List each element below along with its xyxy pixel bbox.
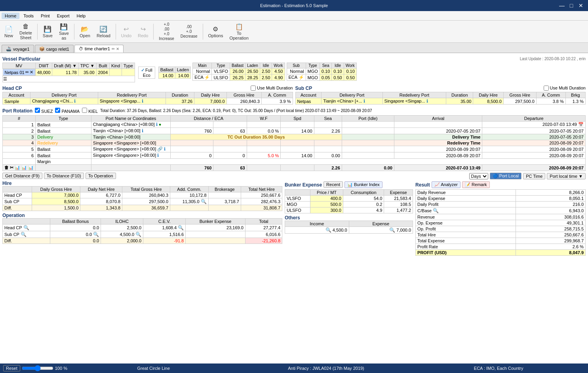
- others-expense-magnify[interactable]: 🔍: [389, 227, 395, 233]
- speed-laden[interactable]: 14.00: [175, 72, 191, 78]
- suez-checkbox[interactable]: [35, 108, 40, 113]
- sub-normal-sea[interactable]: 0.10: [320, 69, 331, 74]
- cons-eca-idle[interactable]: 2.50: [260, 74, 272, 81]
- row5-info-icon[interactable]: ℹ: [164, 147, 166, 151]
- sub-eca-sea[interactable]: 0.05: [320, 74, 331, 81]
- sub-cp-multi-duration-checkbox[interactable]: [544, 86, 549, 91]
- cons-normal-laden[interactable]: 26.50: [245, 69, 260, 74]
- port-local-button[interactable]: 🔵 Port Local: [490, 173, 522, 179]
- undo-button[interactable]: ↩ Undo: [118, 22, 134, 41]
- menu-help[interactable]: Help: [73, 13, 89, 19]
- head-cp-multi-duration-checkbox[interactable]: [251, 86, 256, 91]
- open-button[interactable]: 📂 Open: [77, 22, 93, 41]
- full-check[interactable]: ✓: [141, 68, 145, 73]
- to-operation-button-pr[interactable]: To Operation: [86, 173, 116, 179]
- cons-normal-work[interactable]: 4.50: [272, 69, 285, 74]
- hcp-daily-hire[interactable]: 7,000.0: [194, 98, 226, 105]
- vessel-type[interactable]: [122, 69, 135, 76]
- to-distance-button[interactable]: To Distance (F10): [44, 173, 84, 179]
- decrease-button[interactable]: .00+.0Decrease: [178, 22, 200, 41]
- hire-scp-daily-gross[interactable]: 8,500.0: [32, 198, 80, 205]
- hcp-redelivery-info-icon[interactable]: ℹ: [142, 99, 143, 103]
- scp-daily-hire[interactable]: 8,500.0: [473, 98, 503, 105]
- bunker-recent-button[interactable]: Recent: [323, 181, 343, 188]
- reset-button[interactable]: Reset: [3, 365, 20, 371]
- op-hcp-cev-magnify[interactable]: 🔍: [178, 225, 184, 230]
- sub-normal-work[interactable]: 0.10: [344, 69, 356, 74]
- redo-button[interactable]: ↪ Redo: [135, 22, 151, 41]
- scp-delivery-info-icon[interactable]: ℹ: [363, 99, 365, 103]
- kiel-checkbox[interactable]: [82, 108, 87, 113]
- panama-checkbox[interactable]: [55, 108, 60, 113]
- sub-eca-work[interactable]: 0.50: [344, 74, 356, 81]
- menu-export[interactable]: Export: [54, 13, 73, 19]
- op-scp-bb-magnify[interactable]: 🔍: [93, 232, 99, 237]
- delete-sheet-button[interactable]: 🗑 DeleteSheet: [17, 22, 35, 41]
- cons-normal-ballast[interactable]: 26.00: [230, 69, 245, 74]
- vessel-edit-icon[interactable]: ✏: [25, 70, 29, 75]
- save-as-button[interactable]: 💾 Saveas: [56, 22, 72, 41]
- menu-print[interactable]: Print: [38, 13, 53, 19]
- tab-cargo-relet1[interactable]: 📦 cargo relet1: [35, 45, 74, 53]
- reload-button[interactable]: 🔄 Reload: [94, 22, 113, 41]
- time-unit-select[interactable]: Days: [469, 173, 488, 179]
- menu-home[interactable]: Home: [2, 13, 19, 19]
- others-income-magnify[interactable]: 🔍: [325, 227, 331, 233]
- hcp-account[interactable]: Sample: [3, 98, 30, 105]
- cons-eca-work[interactable]: 4.90: [272, 74, 285, 81]
- sub-cp-magnify-icon[interactable]: 🔍: [201, 199, 207, 204]
- row5-edit-icon[interactable]: 🔗: [157, 147, 163, 151]
- op-scp-ilohc-magnify[interactable]: 🔍: [135, 232, 141, 237]
- cbase-magnify[interactable]: 🔍: [433, 208, 439, 213]
- bunker-ulsfo-price[interactable]: 300.0: [310, 207, 343, 213]
- speed-ballast[interactable]: 14.00: [158, 72, 175, 78]
- scp-account[interactable]: Netpas: [295, 98, 322, 105]
- pc-time-button[interactable]: PC Time: [523, 173, 545, 179]
- hcp-duration[interactable]: 37.26: [166, 98, 194, 105]
- to-operation-button[interactable]: 📋 ToOperation: [226, 22, 251, 41]
- remark-button[interactable]: 📝 Remark: [462, 181, 490, 188]
- row6-info-icon[interactable]: ℹ: [157, 153, 159, 158]
- bunker-mgo-price[interactable]: 500.0: [310, 202, 343, 207]
- sub-eca-idle[interactable]: 0.50: [332, 74, 344, 81]
- scp-duration[interactable]: 35.00: [446, 98, 473, 105]
- scp-redelivery-info-icon[interactable]: ℹ: [426, 99, 428, 103]
- tab-voyage1[interactable]: 🚢 voyage1: [2, 45, 34, 53]
- maximize-button[interactable]: □: [567, 2, 575, 10]
- vessel-tpc[interactable]: 35.00: [78, 69, 96, 76]
- port-local-time-button[interactable]: Port local time ▼: [547, 173, 586, 179]
- options-button[interactable]: ⚙ Options: [206, 22, 226, 41]
- op-hcp-magnify[interactable]: 🔍: [23, 225, 29, 230]
- tab-close-button[interactable]: ✏ ✕: [112, 47, 119, 51]
- op-col-cev: C.E.V.: [143, 219, 186, 225]
- minimize-button[interactable]: —: [558, 2, 566, 10]
- bunker-vlsfo-price[interactable]: 400.0: [310, 196, 343, 202]
- tab-time-charter1[interactable]: ⏱ time charter1 ✏ ✕: [74, 45, 124, 53]
- analyzer-button[interactable]: 📈 Analyzer: [432, 181, 461, 188]
- row1-info-icon[interactable]: ℹ: [156, 122, 158, 127]
- new-button[interactable]: 📄 New: [2, 22, 16, 41]
- row2-info-icon[interactable]: ℹ: [142, 128, 143, 133]
- cons-normal-idle[interactable]: 2.50: [260, 69, 272, 74]
- vessel-delete-icon[interactable]: ✕: [30, 70, 33, 75]
- cons-eca-ballast[interactable]: 26.25: [230, 74, 245, 81]
- hcp-delivery-info-icon[interactable]: ℹ: [74, 99, 76, 103]
- op-scp-magnify[interactable]: 🔍: [21, 232, 27, 237]
- vessel-particular-header: Vessel Particular Last Update : 2020-08-…: [2, 55, 586, 63]
- vessel-dwt[interactable]: 48,000: [35, 69, 52, 76]
- hire-hcp-daily-gross[interactable]: 7,000.0: [32, 192, 80, 198]
- bunker-ulsfo-expense: 1,477.2: [384, 207, 413, 213]
- hire-scp-brokerage: 3,718.7: [208, 198, 241, 205]
- vessel-kind[interactable]: [110, 69, 122, 76]
- vessel-built[interactable]: 2004: [96, 69, 109, 76]
- increase-button[interactable]: +.0.00+.0Increase: [156, 22, 177, 41]
- vessel-draft[interactable]: 11.78: [52, 69, 78, 76]
- menu-tools[interactable]: Tools: [20, 13, 37, 19]
- cons-eca-laden[interactable]: 28.25: [245, 74, 260, 81]
- zoom-slider[interactable]: [22, 365, 53, 371]
- get-distance-button[interactable]: Get Distance (F9): [2, 173, 42, 179]
- close-button[interactable]: ✕: [577, 2, 585, 10]
- save-button[interactable]: 💾 Save: [40, 22, 55, 41]
- bunker-index-button[interactable]: 📊 Bunker Index: [344, 181, 382, 188]
- sub-normal-idle[interactable]: 0.10: [332, 69, 344, 74]
